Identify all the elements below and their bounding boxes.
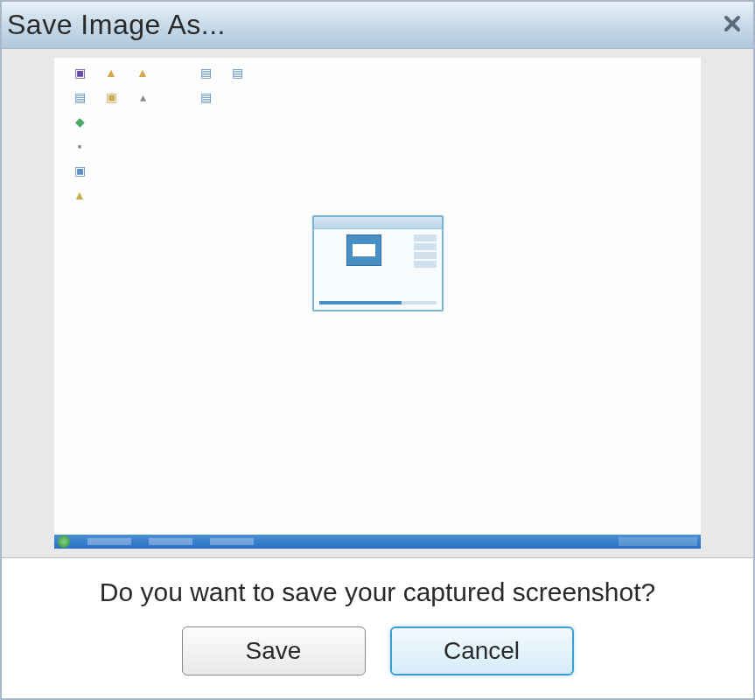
desktop-icon: ▤ — [70, 88, 89, 107]
task-entry — [87, 538, 131, 545]
prompt-panel: Do you want to save your captured screen… — [2, 557, 753, 698]
button-row: Save Cancel — [182, 626, 574, 676]
dialog-title: Save Image As... — [7, 9, 226, 41]
close-button[interactable] — [718, 11, 746, 39]
desktop-icon: ▲ — [133, 63, 152, 82]
desktop-icon — [164, 63, 184, 82]
task-entry — [210, 538, 254, 545]
desktop-icon: ▲ — [101, 63, 121, 82]
desktop-icon: ▲ — [70, 186, 89, 205]
desktop-icon: ▣ — [70, 161, 89, 180]
desktop-icon: ◆ — [70, 112, 89, 131]
close-icon — [723, 11, 742, 39]
taskbar-preview — [54, 535, 701, 549]
nested-titlebar — [314, 217, 442, 229]
desktop-preview: ▣ ▲ ▲ ▤ ▤ ▤ ▣ ▴ ▤ ◆ — [54, 58, 701, 549]
task-entry — [149, 538, 192, 545]
titlebar: Save Image As... — [2, 2, 753, 49]
save-button[interactable]: Save — [182, 626, 366, 676]
desktop-icon — [164, 88, 184, 107]
desktop-icon: ▤ — [227, 63, 247, 82]
preview-area: ▣ ▲ ▲ ▤ ▤ ▤ ▣ ▴ ▤ ◆ — [2, 49, 753, 557]
prompt-text: Do you want to save your captured screen… — [100, 578, 655, 607]
desktop-icon: ▪ — [70, 136, 89, 156]
start-button-icon — [58, 536, 70, 548]
save-image-dialog: Save Image As... ▣ ▲ ▲ ▤ ▤ — [0, 0, 755, 700]
desktop-icon: ▴ — [133, 88, 152, 107]
desktop-icon: ▤ — [196, 88, 215, 107]
nested-window-thumbnail — [312, 215, 444, 312]
desktop-icon-grid: ▣ ▲ ▲ ▤ ▤ ▤ ▣ ▴ ▤ ◆ — [70, 63, 247, 205]
screenshot-preview: ▣ ▲ ▲ ▤ ▤ ▤ ▣ ▴ ▤ ◆ — [54, 58, 701, 549]
nested-thumbnail-icon — [346, 234, 381, 266]
desktop-icon: ▤ — [196, 63, 215, 82]
desktop-icon: ▣ — [101, 88, 121, 107]
cancel-button[interactable]: Cancel — [390, 626, 574, 676]
desktop-icon: ▣ — [70, 63, 89, 82]
system-tray — [619, 537, 697, 546]
